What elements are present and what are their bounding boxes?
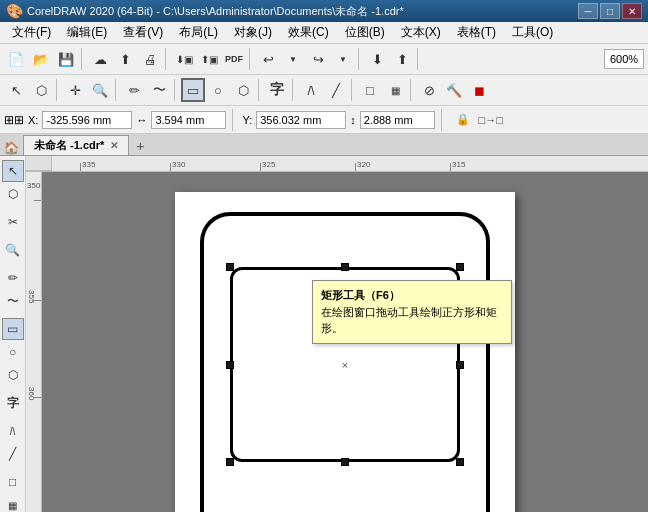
import-button[interactable]: ⬇▣: [172, 47, 196, 71]
paint-tool-button[interactable]: ◼: [467, 78, 491, 102]
transform-button[interactable]: □→□: [479, 108, 503, 132]
properties-bar: ⊞⊞ X: ↔ Y: ↕ 🔒 □→□: [0, 106, 648, 134]
canvas-main-area: ↖ ⬡ ✂ 🔍 ✏ 〜 ▭ ○ ⬡ 字 /\ ╱ □ ▦ ⊘ 🔨 ◼ 335: [0, 156, 648, 512]
w-icon: ↔: [136, 114, 147, 126]
fill-tool-button[interactable]: 🔨: [442, 78, 466, 102]
canvas-with-rulers: 335 330 325 320 315 350 355 360: [26, 156, 648, 512]
handle-bottom-right[interactable]: [456, 458, 464, 466]
handle-top-center[interactable]: [341, 263, 349, 271]
menu-table[interactable]: 表格(T): [449, 22, 504, 43]
y-input[interactable]: [256, 111, 346, 129]
pdf-button[interactable]: PDF: [222, 47, 246, 71]
window-controls: ─ □ ✕: [578, 3, 642, 19]
ellipse-tool-button[interactable]: ○: [206, 78, 230, 102]
menu-view[interactable]: 查看(V): [115, 22, 171, 43]
tool-sep-6: [351, 79, 355, 101]
grid-icon: ⊞⊞: [4, 113, 24, 127]
menu-bitmap[interactable]: 位图(B): [337, 22, 393, 43]
tool-sep-1: [56, 79, 60, 101]
center-mark: ×: [342, 359, 348, 371]
connector-tool-button[interactable]: ╱: [324, 78, 348, 102]
tooltip-desc: 在绘图窗口拖动工具绘制正方形和矩形。: [321, 304, 503, 337]
lock-ratio-button[interactable]: 🔒: [451, 108, 475, 132]
tab-close-button[interactable]: ✕: [110, 140, 118, 151]
smart-lt-button[interactable]: 〜: [2, 290, 24, 312]
handle-middle-left[interactable]: [226, 361, 234, 369]
bezier-tool-button[interactable]: 〜: [147, 78, 171, 102]
rectangle-tool-button[interactable]: ▭: [181, 78, 205, 102]
menu-tools[interactable]: 工具(O): [504, 22, 561, 43]
parallel-tool-button[interactable]: /\: [299, 78, 323, 102]
minimize-button[interactable]: ─: [578, 3, 598, 19]
document-tab[interactable]: 未命名 -1.cdr* ✕: [23, 135, 129, 155]
handle-top-right[interactable]: [456, 263, 464, 271]
open-button[interactable]: 📂: [29, 47, 53, 71]
new-button[interactable]: 📄: [4, 47, 28, 71]
handle-middle-right[interactable]: [456, 361, 464, 369]
tab-label: 未命名 -1.cdr*: [34, 138, 104, 153]
tool-sep-7: [410, 79, 414, 101]
tab-bar: 🏠 未命名 -1.cdr* ✕ +: [0, 134, 648, 156]
crop-lt-button[interactable]: ✂: [2, 211, 24, 233]
menu-text[interactable]: 文本(X): [393, 22, 449, 43]
print-button[interactable]: 🖨: [138, 47, 162, 71]
handle-bottom-left[interactable]: [226, 458, 234, 466]
transparency-lt-button[interactable]: ▦: [2, 494, 24, 512]
zoom-tool-button[interactable]: 🔍: [88, 78, 112, 102]
menu-edit[interactable]: 编辑(E): [59, 22, 115, 43]
menu-layout[interactable]: 布局(L): [171, 22, 226, 43]
undo-button[interactable]: ↩: [256, 47, 280, 71]
checker-tool-button[interactable]: ▦: [383, 78, 407, 102]
freehand-lt-button[interactable]: ✏: [2, 267, 24, 289]
w-input[interactable]: [151, 111, 226, 129]
toolbar-sep-3: [249, 48, 253, 70]
menu-effects[interactable]: 效果(C): [280, 22, 337, 43]
redo-button[interactable]: ↪: [306, 47, 330, 71]
arrow-up-button[interactable]: ⬆: [390, 47, 414, 71]
shape-tool-button[interactable]: ⬡: [29, 78, 53, 102]
toolbar-sep-4: [358, 48, 362, 70]
x-input[interactable]: [42, 111, 132, 129]
toolbar-sep-2: [165, 48, 169, 70]
left-toolbar: ↖ ⬡ ✂ 🔍 ✏ 〜 ▭ ○ ⬡ 字 /\ ╱ □ ▦ ⊘ 🔨 ◼: [0, 156, 26, 512]
polygon-tool-button[interactable]: ⬡: [231, 78, 255, 102]
text-tool-button[interactable]: 字: [265, 78, 289, 102]
home-icon: 🏠: [4, 141, 19, 155]
select-tool-button[interactable]: ↖: [4, 78, 28, 102]
freehand-tool-button[interactable]: ✏: [122, 78, 146, 102]
tooltip-title: 矩形工具（F6）: [321, 287, 503, 304]
cloud-sync-button[interactable]: ☁: [88, 47, 112, 71]
tool-sep-2: [115, 79, 119, 101]
export-button[interactable]: ⬆▣: [197, 47, 221, 71]
main-canvas[interactable]: × 矩形工具（F6） 在绘图窗口拖动工具绘制正方形和矩形。: [42, 172, 648, 512]
shadow-tool-button[interactable]: □: [358, 78, 382, 102]
handle-bottom-center[interactable]: [341, 458, 349, 466]
cloud-upload-button[interactable]: ⬆: [113, 47, 137, 71]
h-input[interactable]: [360, 111, 435, 129]
save-button[interactable]: 💾: [54, 47, 78, 71]
app-icon: 🎨: [6, 3, 23, 19]
eyedropper-tool-button[interactable]: ⊘: [417, 78, 441, 102]
select-lt-button[interactable]: ↖: [2, 160, 24, 182]
undo-drop-button[interactable]: ▼: [281, 47, 305, 71]
zoom-lt-button[interactable]: 🔍: [2, 239, 24, 261]
shape-lt-button[interactable]: ⬡: [2, 183, 24, 205]
rect-lt-button[interactable]: ▭: [2, 318, 24, 340]
ellipse-lt-button[interactable]: ○: [2, 341, 24, 363]
parallel-lt-button[interactable]: /\: [2, 420, 24, 442]
close-button[interactable]: ✕: [622, 3, 642, 19]
text-lt-button[interactable]: 字: [2, 392, 24, 414]
redo-drop-button[interactable]: ▼: [331, 47, 355, 71]
handle-top-left[interactable]: [226, 263, 234, 271]
poly-lt-button[interactable]: ⬡: [2, 364, 24, 386]
tooltip: 矩形工具（F6） 在绘图窗口拖动工具绘制正方形和矩形。: [312, 280, 512, 344]
new-tab-button[interactable]: +: [131, 137, 149, 155]
menu-file[interactable]: 文件(F): [4, 22, 59, 43]
pan-tool-button[interactable]: ✛: [63, 78, 87, 102]
menu-object[interactable]: 对象(J): [226, 22, 280, 43]
arrow-down-button[interactable]: ⬇: [365, 47, 389, 71]
maximize-button[interactable]: □: [600, 3, 620, 19]
zoom-level[interactable]: 600%: [604, 49, 644, 69]
connect-lt-button[interactable]: ╱: [2, 443, 24, 465]
shadow-lt-button[interactable]: □: [2, 471, 24, 493]
